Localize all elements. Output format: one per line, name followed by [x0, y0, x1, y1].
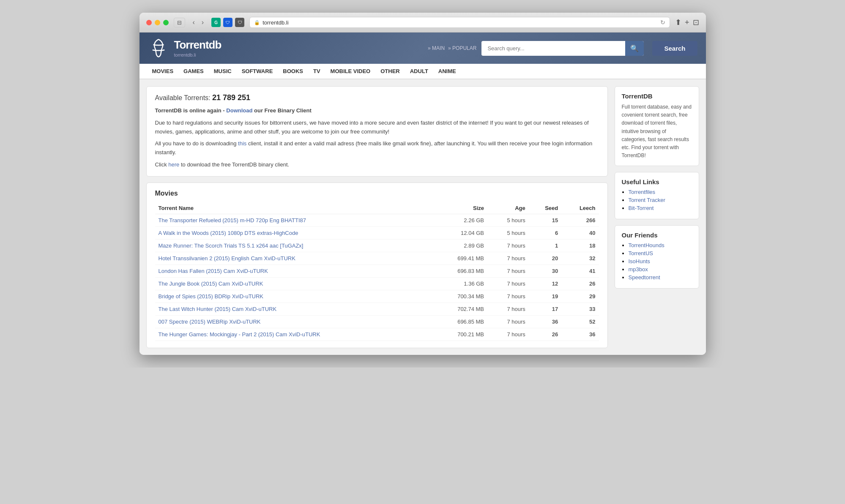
table-row: The Last Witch Hunter (2015) Cam XviD-uT…	[155, 302, 599, 315]
here-link[interactable]: here	[168, 161, 179, 168]
nav-music[interactable]: MUSIC	[210, 64, 236, 79]
torrent-link[interactable]: The Transporter Refueled (2015) m-HD 720…	[159, 217, 306, 223]
nav-adult[interactable]: ADULT	[406, 64, 432, 79]
torrent-link[interactable]: Maze Runner: The Scorch Trials TS 5.1 x2…	[159, 242, 304, 249]
torrent-link[interactable]: London Has Fallen (2015) Cam XviD-uTURK	[159, 268, 268, 274]
useful-links-box: Useful Links TorrentfilesTorrent Tracker…	[615, 172, 699, 219]
torrent-link[interactable]: 007 Spectre (2015) WEBRip XviD-uTURK	[159, 319, 261, 325]
torrent-link[interactable]: The Hunger Games: Mockingjay - Part 2 (2…	[159, 331, 320, 338]
tab-overview-button[interactable]: ⊡	[693, 18, 699, 27]
this-link[interactable]: this	[238, 140, 246, 147]
nav-tv[interactable]: TV	[309, 64, 325, 79]
torrent-link[interactable]: A Walk in the Woods (2015) 1080p DTS ext…	[159, 230, 298, 236]
useful-link[interactable]: Torrent Tracker	[629, 197, 665, 203]
nav-anime[interactable]: ANIME	[434, 64, 460, 79]
url-text: torrentdb.li	[263, 19, 658, 26]
header-right: » MAIN » POPULAR 🔍 Search	[428, 41, 697, 56]
useful-links-title: Useful Links	[622, 178, 692, 185]
maximize-button[interactable]	[163, 20, 169, 25]
info-para3: Click here to download the free TorrentD…	[155, 161, 599, 169]
torrent-size: 2.26 GB	[432, 214, 487, 226]
site-title: Torrentdb	[174, 38, 222, 52]
torrent-link[interactable]: Hotel Transsilvanien 2 (2015) English Ca…	[159, 255, 295, 262]
site-header: Torrentdb torrentdb.li » MAIN » POPULAR …	[139, 33, 706, 64]
torrent-count: 21 789 251	[212, 93, 250, 102]
useful-link-item: Bit-Torrent	[629, 205, 692, 211]
nav-books[interactable]: BOOKS	[279, 64, 307, 79]
table-row: London Has Fallen (2015) Cam XviD-uTURK …	[155, 264, 599, 277]
friends-link-item: Speedtorrent	[629, 274, 692, 281]
table-row: The Transporter Refueled (2015) m-HD 720…	[155, 214, 599, 226]
torrent-age: 5 hours	[487, 226, 529, 239]
content-area: Available Torrents: 21 789 251 TorrentDB…	[146, 86, 608, 348]
search-icon-button[interactable]: 🔍	[625, 41, 644, 56]
friends-link[interactable]: TorrentUS	[629, 250, 654, 256]
friends-link-item: TorrentUS	[629, 250, 692, 256]
torrent-age: 7 hours	[487, 239, 529, 252]
url-bar[interactable]: 🔒 torrentdb.li ↻	[249, 17, 670, 28]
sidebar: TorrentDB Full torrent database, easy an…	[615, 86, 699, 348]
sidebar-toggle-button[interactable]: ⊟	[174, 18, 185, 27]
bitwarden-extension-icon[interactable]: 🛡	[223, 18, 232, 27]
friends-link[interactable]: IsoHunts	[629, 258, 650, 264]
friends-link[interactable]: TorrentHounds	[629, 242, 665, 248]
torrent-seed: 26	[529, 328, 562, 341]
back-button[interactable]: ‹	[190, 18, 197, 27]
nav-software[interactable]: SOFTWARE	[238, 64, 277, 79]
torrent-link[interactable]: The Last Witch Hunter (2015) Cam XviD-uT…	[159, 306, 277, 312]
grammarly-extension-icon[interactable]: G	[211, 18, 221, 27]
browser-titlebar: ⊟ ‹ › G 🛡 🛡 🔒 torrentdb.li ↻ ⬆ + ⊡	[139, 13, 706, 33]
useful-link[interactable]: Bit-Torrent	[629, 205, 654, 211]
traffic-lights	[146, 20, 169, 25]
logo-icon	[148, 38, 169, 59]
torrent-age: 7 hours	[487, 328, 529, 341]
info-headline: TorrentDB is online again - Download our…	[155, 106, 599, 115]
torrent-link[interactable]: The Jungle Book (2015) Cam XviD-uTURK	[159, 281, 263, 287]
table-row: The Jungle Book (2015) Cam XviD-uTURK 1.…	[155, 277, 599, 290]
download-link[interactable]: Download	[226, 107, 252, 114]
torrent-leech: 33	[561, 302, 599, 315]
col-header-name: Torrent Name	[155, 202, 433, 214]
torrent-leech: 26	[561, 277, 599, 290]
torrent-size: 696.83 MB	[432, 264, 487, 277]
nav-movies[interactable]: MOVIES	[148, 64, 178, 79]
nav-main-link[interactable]: » MAIN	[428, 45, 445, 51]
torrent-seed: 1	[529, 239, 562, 252]
torrentdb-box-title: TorrentDB	[622, 93, 692, 100]
friends-link-item: TorrentHounds	[629, 242, 692, 248]
torrent-seed: 12	[529, 277, 562, 290]
close-button[interactable]	[146, 20, 152, 25]
col-header-age: Age	[487, 202, 529, 214]
logo-area: Torrentdb torrentdb.li	[148, 38, 222, 59]
torrent-link[interactable]: Bridge of Spies (2015) BDRip XviD-uTURK	[159, 293, 264, 300]
minimize-button[interactable]	[155, 20, 160, 25]
nav-mobile-video[interactable]: MOBILE VIDEO	[326, 64, 375, 79]
torrent-size: 699.41 MB	[432, 252, 487, 264]
friends-title: Our Friends	[622, 232, 692, 239]
torrent-seed: 36	[529, 315, 562, 328]
torrent-size: 700.21 MB	[432, 328, 487, 341]
search-button[interactable]: Search	[652, 41, 697, 56]
new-tab-button[interactable]: +	[685, 18, 689, 27]
torrent-size: 700.34 MB	[432, 290, 487, 302]
useful-link-item: Torrentfiles	[629, 189, 692, 195]
useful-link[interactable]: Torrentfiles	[629, 189, 656, 195]
friends-link[interactable]: Speedtorrent	[629, 274, 660, 281]
torrent-size: 1.36 GB	[432, 277, 487, 290]
share-button[interactable]: ⬆	[675, 18, 681, 27]
main-layout: Available Torrents: 21 789 251 TorrentDB…	[139, 79, 706, 355]
search-input[interactable]	[481, 42, 625, 55]
forward-button[interactable]: ›	[199, 18, 206, 27]
nav-other[interactable]: OTHER	[376, 64, 404, 79]
nav-popular-link[interactable]: » POPULAR	[448, 45, 476, 51]
col-header-size: Size	[432, 202, 487, 214]
extension-icons: G 🛡 🛡	[211, 18, 244, 27]
website-content: Torrentdb torrentdb.li » MAIN » POPULAR …	[139, 33, 706, 355]
shield-extension-icon[interactable]: 🛡	[235, 18, 244, 27]
friends-link[interactable]: mp3box	[629, 266, 648, 272]
header-nav: » MAIN » POPULAR	[428, 45, 476, 51]
table-row: Bridge of Spies (2015) BDRip XviD-uTURK …	[155, 290, 599, 302]
refresh-icon[interactable]: ↻	[660, 19, 665, 26]
torrent-leech: 29	[561, 290, 599, 302]
nav-games[interactable]: GAMES	[179, 64, 208, 79]
